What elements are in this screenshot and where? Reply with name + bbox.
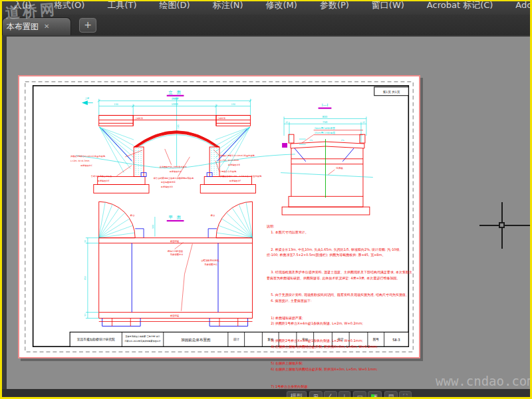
tb-project-2: 闵家冲G-2024年实施类预制梁加固工程 <box>125 339 161 342</box>
dim-span: 1000 <box>172 102 179 106</box>
paper-sheet: 第1页 共1页 立 面 1:100 <box>18 75 420 358</box>
dim-side-right: 150 <box>231 103 235 106</box>
section-title: I—I <box>322 102 329 107</box>
capture-border-left <box>0 0 2 399</box>
status-bar: 模型 ⊞ ∠ ⟂ ▭ ▣ ▤ ⛶ <box>2 389 530 397</box>
statusbar-spacer <box>2 389 286 397</box>
svg-text:见修缮图片D: 见修缮图片D <box>161 186 174 188</box>
drain-detail <box>282 143 287 148</box>
menu-bar: 入(I) 格式(O) 工具(T) 绘图(D) 标注(N) 修改(M) 参数(P)… <box>2 0 530 15</box>
svg-text:拱圈距1号桥台X=4m处1条纵向裂缝,: 拱圈距1号桥台X=4m处1条纵向裂缝, <box>70 155 106 158</box>
deck-note-2: 15cm厚C15砼垫层 <box>315 132 336 134</box>
deck-note-1: 24cm厚C40砼桥面 <box>315 127 336 130</box>
svg-text:见修缮图片E: 见修缮图片E <box>98 180 110 182</box>
svg-text:台帽顶部风化剥落,: 台帽顶部风化剥落, <box>201 259 219 262</box>
section-body <box>282 148 370 215</box>
svg-text:桥面铺装: 桥面铺装 <box>170 239 180 243</box>
drawing-tab-label: 本布置图 <box>7 21 39 33</box>
section-view: I—I 800 25 750 25 24cm厚C40砼桥面 15cm厚C15砼垫… <box>281 102 373 215</box>
section-dim-edge-r: 25 <box>362 121 365 124</box>
section-deck <box>289 134 365 148</box>
svg-text:见修缮图片C: 见修缮图片C <box>80 164 93 167</box>
plan-dim-bot: 50 <box>84 314 86 317</box>
osnap-button[interactable]: ▭ <box>353 391 367 397</box>
tb-design: 设计 <box>233 337 240 341</box>
cap-label-left: 台帽标高 <box>135 117 143 120</box>
dim-rise: 165 <box>177 124 180 128</box>
plan-view: 平 面 <box>84 201 252 326</box>
svg-text:现浇C25砼面层: 现浇C25砼面层 <box>168 249 184 253</box>
annotation-button[interactable]: ▣ <box>368 391 382 397</box>
svg-text:见修缮图片B: 见修缮图片B <box>228 164 240 166</box>
plan-dim-top: 50 <box>84 240 86 243</box>
layout-viewport[interactable]: 第1页 共1页 立 面 1:100 <box>7 37 530 389</box>
svg-text:需凿除重新浇筑: 需凿除重新浇筑 <box>161 181 176 184</box>
svg-text:L=2m, W=0.3mm: L=2m, W=0.3mm <box>70 160 89 162</box>
svg-text:台帽与台身结合处错台: 台帽与台身结合处错台 <box>91 175 112 178</box>
menu-dimension[interactable]: 标注(N) <box>201 0 255 13</box>
svg-text:L=3m, W=0.2mm: L=3m, W=0.2mm <box>220 159 239 162</box>
crosshair-cursor <box>479 225 531 226</box>
flow-label: 上游 <box>85 96 90 100</box>
plan-dims <box>86 238 99 319</box>
slope-hatch-left <box>100 127 134 172</box>
polar-button[interactable]: ∠ <box>324 391 337 397</box>
new-tab-button[interactable]: + <box>79 18 96 33</box>
wingwall-fan-right <box>216 201 252 237</box>
section-dim-inner: 750 <box>323 120 328 124</box>
svg-text:见修缮图片A: 见修缮图片A <box>170 170 182 173</box>
slope-label-right: 2% <box>341 139 344 142</box>
plan-bottom-channels <box>99 319 253 327</box>
grid-button[interactable]: ⊞ <box>309 391 323 397</box>
statusbar-divider <box>382 391 384 397</box>
elevation-view: 立 面 1:100 1300 150 1000 <box>70 90 295 194</box>
cap-label-right: 台帽标高 <box>217 117 225 120</box>
statusbar-divider <box>351 391 352 397</box>
menu-modify[interactable]: 修改(M) <box>255 0 309 13</box>
tb-project-1: 宜昌市夷陵区公路桥梁“三年消危”项目 <box>125 334 160 338</box>
page-number: 第1页 共1页 <box>383 90 400 94</box>
menu-acrobat[interactable]: Acrobat 标记(C) <box>416 0 505 13</box>
svg-text:见修缮图片H: 见修缮图片H <box>170 253 184 256</box>
plan-annotations: 桥面铺装 现浇C25砼面层 见修缮图片H 台帽顶部风化剥落, 见修缮图片G 桥面… <box>168 239 219 317</box>
svg-text:桥面铺装: 桥面铺装 <box>170 314 180 317</box>
menu-insert[interactable]: 入(I) <box>2 0 43 13</box>
menu-format[interactable]: 格式(O) <box>43 0 96 13</box>
crosshair-pickbox <box>499 222 505 228</box>
menu-window[interactable]: 窗口(W) <box>360 0 416 13</box>
svg-text:桥台顶帽梁混凝土破损与拱圈砌缝脱落破损,: 桥台顶帽梁混凝土破损与拱圈砌缝脱落破损, <box>153 176 194 180</box>
abutment-label-right: 桥台 <box>210 214 215 217</box>
dim-side-left: 150 <box>114 103 118 106</box>
svg-text:见修缮图片F: 见修缮图片F <box>229 180 241 182</box>
menu-adobe[interactable]: Adob <box>504 0 530 13</box>
tb-institute: 宜昌市规划勘察设计研究院 <box>77 337 115 342</box>
plan-width-dim: 500 <box>152 225 154 229</box>
workspace-button[interactable]: ▤ <box>384 391 398 397</box>
capture-border-top <box>0 0 532 1</box>
abutment-label-left: 桥台 <box>130 214 135 217</box>
section-dim-total: 800 <box>323 115 328 118</box>
slope-label-left: 2% <box>309 139 313 142</box>
plan-title: 平 面 <box>168 215 182 220</box>
statusbar-divider <box>307 391 309 397</box>
tab-close-icon[interactable]: ✕ <box>44 23 49 30</box>
elevation-title: 立 面 <box>168 90 182 95</box>
elevation-annotations: 拱圈距1号桥台X=4m处1条纵向裂缝, L=2m, W=0.3mm 见修缮图片C… <box>70 149 262 188</box>
model-space-button[interactable]: 模型 <box>287 391 307 397</box>
tb-title: 加固前总体布置图 <box>181 338 210 342</box>
menu-draw[interactable]: 绘图(D) <box>148 0 201 13</box>
plan-dim-mid: 850 <box>84 276 86 280</box>
ortho-button[interactable]: ⟂ <box>338 391 350 397</box>
svg-text:1号桥台台身裂缝,: 1号桥台台身裂缝, <box>220 170 237 173</box>
drawing-tab[interactable]: 本布置图 ✕ <box>2 17 71 35</box>
section-dim-edge-l: 25 <box>285 121 288 124</box>
fullscreen-button[interactable]: ⛶ <box>399 391 411 397</box>
riverbed-label: 河床线 <box>336 167 343 170</box>
dim-total: 1300 <box>172 97 179 100</box>
menu-tools[interactable]: 工具(T) <box>96 0 148 13</box>
svg-text:拱圈距1号桥台X=4m处1条纵向裂缝,: 拱圈距1号桥台X=4m处1条纵向裂缝, <box>220 154 255 157</box>
menu-parametric[interactable]: 参数(P) <box>309 0 360 13</box>
tab-bar: 本布置图 ✕ + <box>2 15 530 35</box>
wingwall-fan-left <box>99 201 135 237</box>
riverbed-line <box>281 173 373 178</box>
